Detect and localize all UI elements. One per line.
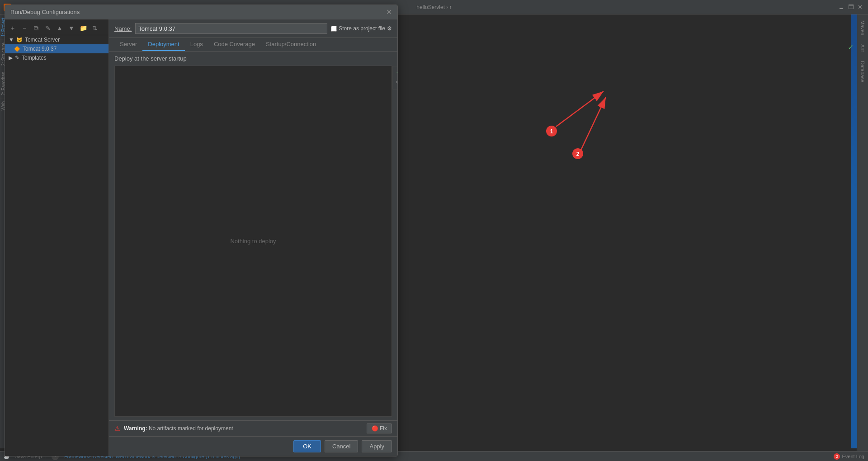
window-controls: 🗕 🗖 ✕ [839, 4, 868, 10]
warning-bar: ⚠ Warning: No artifacts marked for deplo… [109, 420, 397, 436]
warning-message: No artifacts marked for deployment [149, 425, 233, 432]
deploy-edit-button[interactable]: ✎ [393, 78, 397, 88]
collapse-config-button[interactable]: ▼ [66, 23, 76, 33]
copy-config-button[interactable]: ⧉ [31, 23, 41, 33]
config-tabs: Server Deployment Logs Code Coverage Sta… [109, 38, 397, 52]
event-log[interactable]: 2 Event Log [834, 453, 864, 460]
config-templates-label: Templates [22, 55, 47, 61]
tab-deployment[interactable]: Deployment [142, 38, 184, 51]
add-config-button[interactable]: + [8, 23, 18, 33]
fix-button[interactable]: 🔴 Fix [367, 423, 392, 433]
expand-icon: ▶ [9, 55, 13, 61]
expand-icon: ▼ [9, 37, 14, 43]
tab-startup-connection[interactable]: Startup/Connection [260, 38, 321, 51]
deploy-area: Nothing to deploy + ✎ ⚙ Artifact... 📄 [114, 66, 392, 417]
dialog-tree-toolbar: + − ⧉ ✎ ▲ ▼ 📁 ⇅ [5, 21, 108, 35]
tab-code-coverage[interactable]: Code Coverage [208, 38, 260, 51]
warning-prefix: Warning: [124, 425, 147, 432]
deploy-toolbar: + ✎ [392, 66, 397, 89]
cancel-button[interactable]: Cancel [325, 440, 358, 452]
right-side-tabs: Maven Ant Database [857, 14, 868, 461]
templates-icon: ✎ [15, 55, 19, 61]
nothing-to-deploy-text: Nothing to deploy [230, 238, 276, 245]
gear-icon[interactable]: ⚙ [387, 25, 392, 32]
dialog-footer: OK Cancel Apply [109, 436, 397, 456]
dialog-title-bar: Run/Debug Configurations ✕ [5, 5, 397, 19]
name-label: Name: [114, 25, 132, 32]
event-log-badge: 2 [834, 453, 840, 460]
expand-config-button[interactable]: ▲ [55, 23, 65, 33]
warning-icon: ⚠ [114, 425, 120, 432]
store-project-label: Store as project file [339, 25, 385, 32]
store-project-checkbox[interactable] [331, 26, 337, 32]
right-tab-maven[interactable]: Maven [859, 17, 867, 39]
edit-config-button[interactable]: ✎ [43, 23, 53, 33]
tomcat-icon: 🔶 [14, 46, 20, 52]
config-item-tomcat[interactable]: 🔶 Tomcat 9.0.37 [5, 44, 108, 53]
dialog-title: Run/Debug Configurations [10, 9, 80, 15]
config-group-templates[interactable]: ▶ ✎ Templates [5, 53, 108, 62]
dialog-config-tree: + − ⧉ ✎ ▲ ▼ 📁 ⇅ ▼ 🐱 Tomcat Server 🔶 Tomc… [5, 19, 109, 456]
close-button[interactable]: ✕ [858, 4, 863, 10]
apply-button[interactable]: Apply [362, 440, 392, 452]
event-log-label: Event Log [842, 454, 864, 459]
maximize-button[interactable]: 🗖 [848, 4, 854, 10]
config-name-input[interactable] [135, 23, 327, 34]
minimize-button[interactable]: 🗕 [839, 4, 844, 10]
dialog-config-panel: Name: Store as project file ⚙ Server Dep… [109, 19, 397, 456]
store-project-check[interactable]: Store as project file ⚙ [331, 25, 392, 32]
ok-button[interactable]: OK [293, 440, 321, 452]
warning-text: Warning: No artifacts marked for deploym… [124, 425, 233, 432]
dialog-close-button[interactable]: ✕ [386, 8, 392, 16]
deploy-label: Deploy at the server startup [114, 55, 392, 62]
right-tab-ant[interactable]: Ant [859, 41, 867, 56]
config-content: Deploy at the server startup Nothing to … [109, 52, 397, 420]
folder-config-button[interactable]: 📁 [78, 23, 88, 33]
check-mark: ✓ [848, 43, 854, 52]
dialog-body: + − ⧉ ✎ ▲ ▼ 📁 ⇅ ▼ 🐱 Tomcat Server 🔶 Tomc… [5, 19, 397, 456]
tab-server[interactable]: Server [114, 38, 142, 51]
tab-logs[interactable]: Logs [185, 38, 208, 51]
window-hint-text: helloServlet › r [416, 4, 451, 10]
remove-config-button[interactable]: − [19, 23, 29, 33]
right-highlight-panel [851, 14, 857, 448]
config-group-label: Tomcat Server [25, 37, 60, 43]
deploy-add-button[interactable]: + [393, 67, 397, 77]
config-group-tomcat-server[interactable]: ▼ 🐱 Tomcat Server [5, 35, 108, 44]
tomcat-server-icon: 🐱 [16, 37, 23, 43]
sort-config-button[interactable]: ⇅ [90, 23, 100, 33]
right-tab-database[interactable]: Database [859, 57, 867, 86]
run-debug-dialog: Run/Debug Configurations ✕ + − ⧉ ✎ ▲ ▼ 📁… [5, 5, 398, 456]
config-item-label: Tomcat 9.0.37 [23, 46, 57, 52]
config-header: Name: Store as project file ⚙ [109, 19, 397, 38]
